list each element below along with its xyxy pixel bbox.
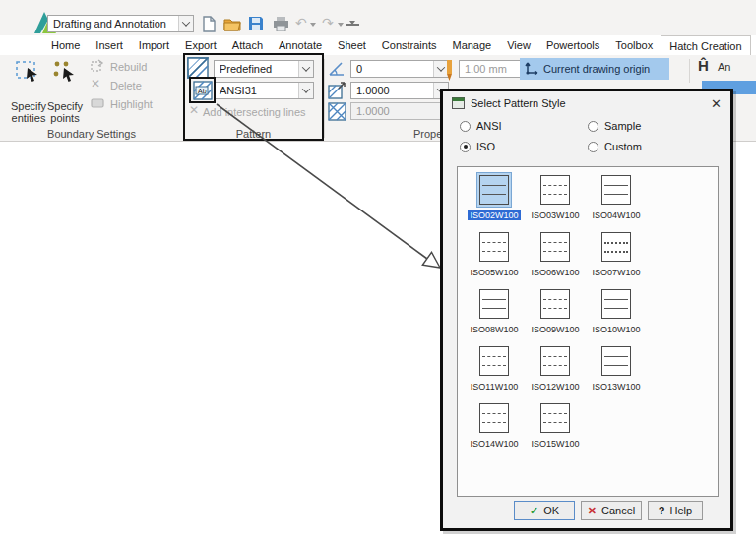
specify-points-icon[interactable] <box>52 60 78 84</box>
dialog-titlebar[interactable]: Select Pattern Style ✕ <box>443 91 730 115</box>
pattern-swatch[interactable] <box>477 230 511 264</box>
question-icon: ? <box>659 505 665 516</box>
close-icon[interactable]: ✕ <box>711 97 722 110</box>
pattern-swatch[interactable] <box>538 401 572 435</box>
pattern-item-iso10w100[interactable]: ISO10W100 <box>586 287 647 344</box>
pattern-line <box>543 365 567 366</box>
tab-home[interactable]: Home <box>43 35 88 55</box>
pattern-item-label: ISO11W100 <box>471 382 518 391</box>
tab-manage[interactable]: Manage <box>444 35 499 55</box>
pattern-swatch[interactable] <box>599 344 633 378</box>
tab-toolbox[interactable]: Toolbox <box>607 35 661 55</box>
current-drawing-origin-button[interactable]: Current drawing origin <box>520 58 669 80</box>
help-button[interactable]: ? Help <box>648 501 703 520</box>
tab-export[interactable]: Export <box>177 35 224 55</box>
hatch-scale-value: 1.0000 <box>351 85 433 96</box>
redo-icon[interactable]: ↷ <box>322 15 334 30</box>
pattern-line <box>482 365 506 366</box>
undo-dropdown-icon[interactable] <box>310 23 316 27</box>
pattern-item-iso13w100[interactable]: ISO13W100 <box>586 344 647 401</box>
pattern-swatch[interactable] <box>538 344 572 378</box>
pattern-type-dropdown-button[interactable] <box>298 61 313 77</box>
hatch-angle-select[interactable]: 0 <box>350 60 449 78</box>
radio-sample[interactable]: Sample <box>588 120 641 132</box>
highlight-icon <box>91 97 104 109</box>
radio-circle-ansi[interactable] <box>460 121 471 132</box>
pattern-swatch[interactable] <box>538 287 572 321</box>
pattern-swatch[interactable] <box>538 173 572 207</box>
undo-icon[interactable]: ↶ <box>295 15 307 30</box>
pattern-swatch-preview <box>540 403 570 433</box>
tab-view[interactable]: View <box>499 35 538 55</box>
pattern-line <box>543 356 567 357</box>
specify-points-label-2[interactable]: points <box>42 112 88 124</box>
pattern-item-iso05w100[interactable]: ISO05W100 <box>464 230 525 287</box>
print-icon[interactable] <box>273 17 289 31</box>
tab-powertools[interactable]: Powertools <box>538 35 607 55</box>
open-file-icon[interactable] <box>223 17 241 31</box>
pattern-item-iso04w100[interactable]: ISO04W100 <box>586 173 647 230</box>
annotative-icon[interactable]: Ĥ <box>698 57 709 74</box>
pattern-swatch[interactable] <box>599 230 633 264</box>
pattern-swatch[interactable] <box>599 173 633 207</box>
pattern-item-iso08w100[interactable]: ISO08W100 <box>464 287 525 344</box>
tab-import[interactable]: Import <box>131 35 177 55</box>
redo-dropdown-icon[interactable] <box>338 23 344 27</box>
chevron-down-icon <box>302 85 310 92</box>
workspace-select[interactable]: Drafting and Annotation <box>47 15 194 32</box>
pattern-item-iso06w100[interactable]: ISO06W100 <box>525 230 586 287</box>
pattern-swatch[interactable] <box>477 287 511 321</box>
pattern-swatch[interactable] <box>599 287 633 321</box>
radio-circle-iso[interactable] <box>460 142 471 152</box>
panel-separator <box>324 59 325 138</box>
pattern-item-label: ISO13W100 <box>592 382 640 391</box>
pattern-item-iso12w100[interactable]: ISO12W100 <box>525 344 586 401</box>
radio-custom[interactable]: Custom <box>588 141 642 152</box>
pattern-item-iso14w100[interactable]: ISO14W100 <box>464 401 525 458</box>
application-window: Drafting and Annotation ↶ ↷ HomeInsertIm… <box>0 0 756 541</box>
tab-annotate[interactable]: Annotate <box>271 35 330 55</box>
pattern-swatch[interactable] <box>538 230 572 264</box>
pattern-item-label: ISO15W100 <box>531 439 579 449</box>
hatch-angle-icon[interactable] <box>328 59 346 77</box>
pattern-swatch-icon[interactable]: Ab <box>193 81 213 100</box>
radio-circle-custom[interactable] <box>588 142 598 152</box>
pattern-item-iso02w100[interactable]: ISO02W100 <box>464 173 525 230</box>
ok-button[interactable]: ✓ OK <box>514 501 575 520</box>
cancel-button[interactable]: ✕ Cancel <box>581 501 642 520</box>
tab-attach[interactable]: Attach <box>224 35 271 55</box>
save-icon[interactable] <box>248 16 264 31</box>
pattern-swatch[interactable] <box>477 401 511 435</box>
pattern-type-select[interactable]: Predefined <box>214 60 314 78</box>
tab-hatch-creation[interactable]: Hatch Creation <box>661 35 750 55</box>
tab-insert[interactable]: Insert <box>88 35 131 55</box>
pattern-type-icon[interactable] <box>187 57 209 79</box>
quick-access-toolbar: Drafting and Annotation ↶ ↷ <box>0 0 756 35</box>
radio-circle-sample[interactable] <box>588 121 598 132</box>
pattern-item-iso09w100[interactable]: ISO09W100 <box>525 287 586 344</box>
pattern-name-select[interactable]: ANSI31 <box>214 82 314 99</box>
workspace-dropdown-button[interactable] <box>178 16 193 31</box>
pattern-list[interactable]: ISO02W100ISO03W100ISO04W100ISO05W100ISO0… <box>457 166 719 497</box>
pattern-line <box>543 413 567 414</box>
pattern-name-dropdown-button[interactable] <box>298 83 313 98</box>
pattern-item-iso07w100[interactable]: ISO07W100 <box>586 230 647 287</box>
pattern-item-iso15w100[interactable]: ISO15W100 <box>525 401 586 458</box>
radio-iso[interactable]: ISO <box>460 141 495 152</box>
tab-sheet[interactable]: Sheet <box>330 35 374 55</box>
radio-ansi[interactable]: ANSI <box>460 120 502 132</box>
pattern-item-iso03w100[interactable]: ISO03W100 <box>525 173 586 230</box>
pattern-type-value: Predefined <box>215 63 298 75</box>
new-document-icon[interactable] <box>201 16 217 32</box>
pattern-swatch[interactable] <box>477 344 511 378</box>
pattern-swatch[interactable] <box>477 173 511 207</box>
hatch-scale-icon[interactable] <box>328 81 346 99</box>
hatch-scale-select[interactable]: 1.0000 <box>350 82 449 99</box>
specify-entities-icon[interactable] <box>16 60 41 84</box>
tab-constraints[interactable]: Constraints <box>374 35 445 55</box>
add-intersecting-icon: ✕ <box>189 103 199 117</box>
specify-points-label-1[interactable]: Specify <box>42 100 88 112</box>
pattern-item-label: ISO05W100 <box>470 268 518 277</box>
pattern-item-iso11w100[interactable]: ISO11W100 <box>464 344 525 401</box>
pattern-line <box>604 356 628 357</box>
